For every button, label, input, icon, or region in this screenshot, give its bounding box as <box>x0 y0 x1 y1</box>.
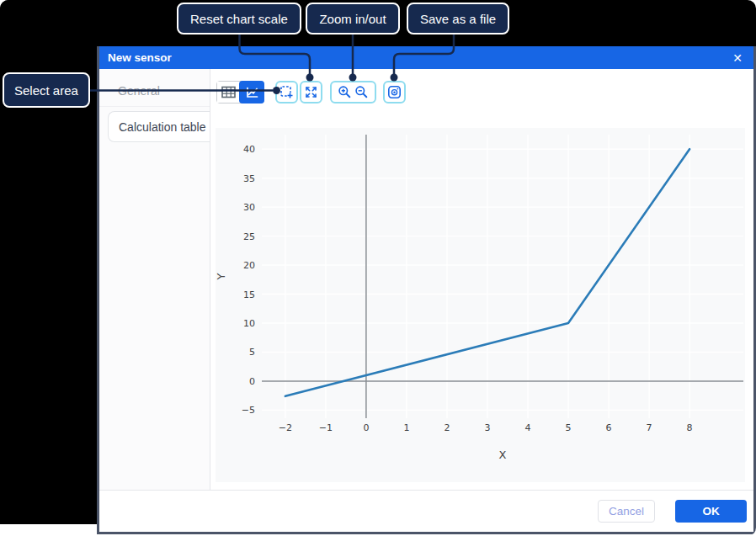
dialog-titlebar: New sensor ✕ <box>99 46 753 69</box>
dialog-body: General Calculation table <box>99 69 753 490</box>
tab-calculation-table[interactable]: Calculation table <box>108 111 210 142</box>
svg-text:−5: −5 <box>242 405 255 416</box>
dialog-title: New sensor <box>108 51 172 64</box>
svg-text:7: 7 <box>647 422 652 433</box>
expand-arrows-icon <box>304 85 318 99</box>
svg-text:35: 35 <box>243 173 255 184</box>
screenshot-root: New sensor ✕ General Calculation table <box>0 0 756 536</box>
close-icon[interactable]: ✕ <box>732 52 743 64</box>
zoom-in-icon <box>338 85 352 99</box>
select-area-icon <box>280 85 294 99</box>
svg-text:5: 5 <box>249 347 255 358</box>
svg-text:1: 1 <box>403 422 409 433</box>
table-view-button[interactable] <box>217 82 240 103</box>
reset-chart-scale-button[interactable] <box>300 81 322 103</box>
callout-zoom-in-out: Zoom in/out <box>306 3 400 34</box>
svg-text:3: 3 <box>484 422 490 433</box>
zoom-button-group <box>330 81 376 103</box>
chart-icon <box>245 86 259 99</box>
tab-calculation-table-label: Calculation table <box>119 120 206 134</box>
callout-save-as-file: Save as a file <box>407 3 509 34</box>
cancel-button[interactable]: Cancel <box>598 500 655 523</box>
svg-text:40: 40 <box>243 144 255 155</box>
svg-text:−1: −1 <box>319 422 333 433</box>
svg-text:10: 10 <box>243 318 255 329</box>
table-icon <box>221 86 236 98</box>
save-as-file-button[interactable] <box>383 81 406 103</box>
view-switch-group <box>216 81 264 103</box>
svg-text:25: 25 <box>243 231 255 242</box>
svg-text:4: 4 <box>525 422 531 433</box>
zoom-out-icon <box>354 85 369 99</box>
ok-button[interactable]: OK <box>675 500 747 523</box>
svg-text:15: 15 <box>243 289 255 300</box>
svg-text:5: 5 <box>566 422 572 433</box>
callout-select-area: Select area <box>3 72 90 108</box>
callout-reset-chart-scale: Reset chart scale <box>177 3 301 34</box>
chart-view-button[interactable] <box>239 81 264 103</box>
dialog-footer: Cancel OK <box>99 490 753 532</box>
svg-text:Y: Y <box>216 273 227 280</box>
svg-text:8: 8 <box>687 422 693 433</box>
chart-toolbar <box>216 80 406 104</box>
svg-text:20: 20 <box>243 260 255 271</box>
zoom-out-button[interactable] <box>354 85 369 99</box>
svg-text:X: X <box>499 448 507 461</box>
svg-text:2: 2 <box>444 422 450 433</box>
calculation-line-chart: −2−1012345678−50510152025303540XY <box>216 128 745 482</box>
svg-text:6: 6 <box>606 422 612 433</box>
camera-icon <box>387 85 402 99</box>
svg-text:−2: −2 <box>279 422 292 433</box>
new-sensor-dialog: New sensor ✕ General Calculation table <box>97 46 756 534</box>
svg-text:0: 0 <box>363 422 369 433</box>
select-area-button[interactable] <box>275 81 298 103</box>
content-pane: −2−1012345678−50510152025303540XY <box>210 69 753 490</box>
calculation-chart-panel[interactable]: −2−1012345678−50510152025303540XY <box>216 128 745 482</box>
svg-text:0: 0 <box>249 376 255 387</box>
zoom-in-button[interactable] <box>338 85 352 99</box>
tab-general-label: General <box>118 84 160 98</box>
tab-general[interactable]: General <box>99 76 210 107</box>
sidebar: General Calculation table <box>99 69 210 490</box>
svg-text:30: 30 <box>243 202 255 213</box>
